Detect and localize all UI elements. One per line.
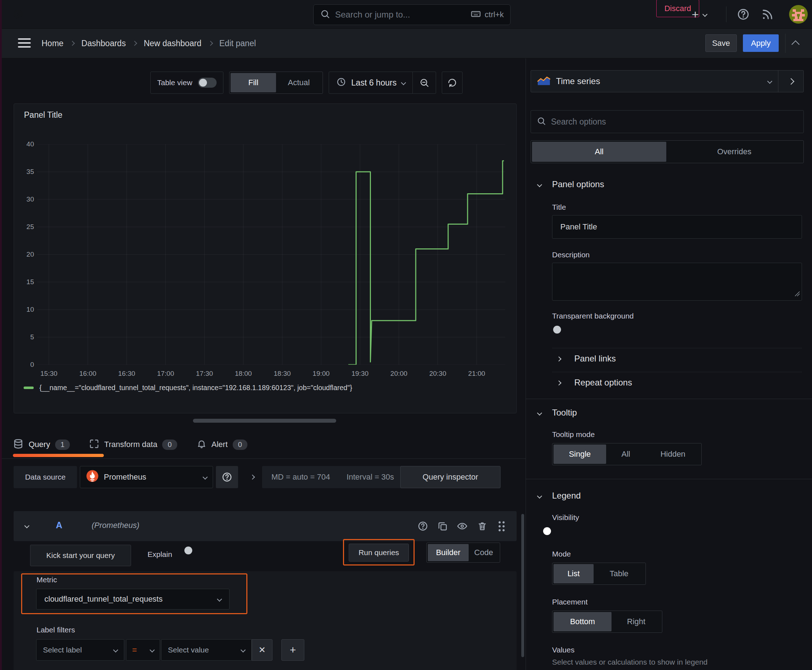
tooltip-hidden-option[interactable]: Hidden	[646, 445, 700, 464]
delete-query-icon[interactable]	[477, 521, 488, 533]
search-icon	[537, 116, 546, 127]
tooltip-all-option[interactable]: All	[606, 445, 646, 464]
editor-tabs: Query 1 Transform data 0 Alert 0	[13, 434, 247, 455]
placement-right-option[interactable]: Right	[612, 612, 661, 631]
mode-list-option[interactable]: List	[554, 564, 593, 584]
legend-series-label[interactable]: {__name__="cloudflared_tunnel_total_requ…	[39, 384, 352, 392]
panel-title[interactable]: Panel Title	[24, 110, 62, 120]
query-options-expand-icon[interactable]	[250, 475, 255, 480]
options-search-input[interactable]: Search options	[531, 110, 804, 133]
expand-section-icon[interactable]	[556, 381, 561, 386]
time-range-control: Last 6 hours	[329, 71, 436, 94]
repeat-options-header[interactable]: Repeat options	[574, 377, 632, 387]
legend-series-marker[interactable]	[24, 387, 34, 389]
breadcrumb-dashboards[interactable]: Dashboards	[81, 39, 125, 48]
tab-transform-label: Transform data	[104, 440, 157, 449]
description-textarea[interactable]	[552, 263, 802, 301]
title-input[interactable]	[552, 215, 802, 239]
prometheus-icon	[86, 470, 99, 485]
chevron-down-icon	[203, 475, 208, 480]
resize-drag-handle[interactable]	[193, 419, 336, 423]
menu-toggle-button[interactable]	[18, 38, 31, 47]
collapse-section-icon[interactable]	[537, 494, 542, 499]
panel-links-header[interactable]: Panel links	[574, 354, 616, 364]
refresh-button[interactable]	[442, 71, 463, 94]
scrollbar[interactable]	[521, 514, 524, 657]
apply-button[interactable]: Apply	[743, 34, 779, 52]
builder-option[interactable]: Builder	[428, 544, 469, 561]
avatar[interactable]	[789, 5, 808, 25]
select-value-dropdown[interactable]: Select value	[161, 639, 252, 661]
collapse-panel-icon[interactable]	[792, 41, 800, 49]
panel-preview: Panel Title 0510152025303540 15:3016:001…	[14, 103, 517, 413]
tab-transform[interactable]: Transform data 0	[89, 439, 177, 450]
query-help-icon[interactable]	[417, 521, 428, 533]
duplicate-query-icon[interactable]	[437, 521, 448, 533]
explain-label: Explain	[147, 550, 172, 559]
tab-overrides[interactable]: Overrides	[666, 142, 802, 162]
actual-option[interactable]: Actual	[276, 73, 322, 92]
breadcrumb-edit-panel: Edit panel	[219, 39, 256, 48]
collapse-query-icon[interactable]	[24, 523, 29, 528]
viz-select[interactable]: Time series	[531, 71, 778, 92]
table-view-toggle[interactable]	[198, 78, 217, 88]
query-options-summary[interactable]: MD = auto = 704 Interval = 30s	[262, 466, 403, 488]
chart-plot[interactable]	[37, 144, 505, 365]
placement-bottom-option[interactable]: Bottom	[554, 612, 612, 631]
transform-icon	[89, 439, 99, 450]
tab-alert[interactable]: Alert 0	[197, 439, 247, 450]
label-filters-label: Label filters	[37, 626, 75, 634]
remove-filter-button[interactable]: ✕	[252, 639, 273, 661]
query-inspector-button[interactable]: Query inspector	[400, 466, 500, 488]
drag-query-handle[interactable]	[498, 520, 505, 532]
database-icon	[13, 438, 24, 451]
legend-header[interactable]: Legend	[552, 491, 581, 501]
toggle-options-pane-button[interactable]	[778, 71, 804, 92]
interval: Interval = 30s	[347, 472, 394, 482]
datasource-help-button[interactable]	[216, 466, 238, 488]
resize-handle-icon[interactable]	[795, 289, 800, 299]
panel-options-header[interactable]: Panel options	[552, 179, 604, 189]
datasource-label: Data source	[25, 473, 66, 481]
code-option[interactable]: Code	[469, 544, 499, 561]
zoom-out-button[interactable]	[413, 72, 436, 93]
mode-table-option[interactable]: Table	[593, 564, 644, 584]
tooltip-mode-switch: Single All Hidden	[552, 443, 702, 465]
tab-all[interactable]: All	[532, 142, 666, 162]
datasource-name: Prometheus	[104, 472, 146, 482]
collapse-section-icon[interactable]	[537, 182, 542, 187]
x-axis-label: 17:30	[196, 370, 213, 377]
help-icon[interactable]	[737, 8, 750, 22]
datasource-picker[interactable]: Prometheus	[80, 466, 213, 488]
news-icon[interactable]	[761, 8, 774, 22]
active-tab-indicator	[13, 454, 104, 457]
values-label: Values	[552, 646, 575, 654]
add-filter-button[interactable]: +	[281, 639, 304, 661]
breadcrumb-new-dashboard[interactable]: New dashboard	[144, 39, 201, 48]
topbar-divider	[726, 7, 726, 22]
kick-start-button[interactable]: Kick start your query	[30, 545, 131, 566]
breadcrumb-home[interactable]: Home	[42, 39, 63, 48]
save-button[interactable]: Save	[705, 34, 737, 52]
y-axis-label: 0	[30, 361, 34, 369]
series-line[interactable]	[348, 161, 504, 365]
grafana-logo-icon[interactable]	[10, 5, 27, 23]
fill-option[interactable]: Fill	[231, 73, 276, 92]
x-axis-label: 15:30	[41, 370, 58, 377]
query-ref-id[interactable]: A	[56, 520, 62, 530]
collapse-section-icon[interactable]	[537, 411, 542, 416]
tab-query[interactable]: Query 1	[13, 438, 70, 451]
y-axis-label: 10	[27, 306, 34, 313]
run-queries-button[interactable]: Run queries	[349, 544, 409, 562]
toggle-visibility-icon[interactable]	[457, 521, 468, 533]
operator-dropdown[interactable]: =	[126, 639, 160, 661]
tooltip-single-option[interactable]: Single	[554, 445, 606, 464]
select-label-dropdown[interactable]: Select label	[36, 639, 124, 661]
metric-select[interactable]: cloudflared_tunnel_total_requests	[36, 589, 229, 609]
expand-section-icon[interactable]	[556, 357, 561, 362]
select-label-placeholder: Select label	[43, 646, 82, 654]
global-search-input[interactable]: Search or jump to... ctrl+k	[313, 4, 510, 25]
discard-button[interactable]: Discard	[656, 0, 699, 17]
time-range-picker[interactable]: Last 6 hours	[329, 72, 412, 93]
tooltip-header[interactable]: Tooltip	[552, 408, 577, 418]
